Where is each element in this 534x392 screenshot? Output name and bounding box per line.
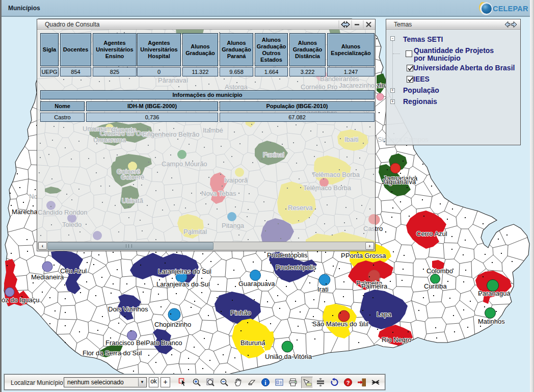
svg-text:óz do Iguaçu: óz do Iguaçu (2, 296, 39, 304)
svg-text:Paranaguá: Paranaguá (478, 290, 511, 297)
svg-text:Jaguariaíva: Jaguariaíva (382, 178, 416, 186)
svg-text:Laranjeiras do Sul: Laranjeiras do Sul (156, 280, 210, 288)
svg-text:Ponta Grossa: Ponta Grossa (345, 252, 386, 259)
svg-text:ul: ul (360, 320, 365, 328)
svg-text:Matinhos: Matinhos (478, 318, 505, 325)
svg-text:?: ? (346, 380, 350, 386)
svg-text:zin: zin (377, 82, 385, 89)
svg-text:CELEPAR: CELEPAR (493, 5, 528, 13)
svg-text:Palmeira: Palmeira (361, 282, 388, 290)
svg-text:União da Vitória: União da Vitória (265, 353, 312, 360)
svg-text:Francisco Bel: Francisco Bel (105, 339, 146, 347)
svg-text:Prudentópolis: Prudentópolis (267, 251, 308, 259)
svg-text:Lapa: Lapa (377, 310, 392, 318)
svg-text:Bituruna: Bituruna (241, 339, 265, 347)
svg-text:Rio Negro: Rio Negro (382, 336, 412, 344)
svg-text:Céu Azul: Céu Azul (60, 267, 87, 275)
svg-text:Guarapuava: Guarapuava (238, 280, 275, 288)
svg-text:Pato Branco: Pato Branco (146, 339, 182, 347)
svg-text:Flor da Serra do Sul: Flor da Serra do Sul (83, 349, 142, 357)
svg-text:Laranjeiras do Sul: Laranjeiras do Sul (158, 268, 211, 275)
svg-text:Pinhão: Pinhão (230, 309, 251, 317)
svg-text:Irati: Irati (317, 285, 329, 293)
svg-text:Colombo: Colombo (426, 267, 453, 275)
svg-text:Dois Vizinhos: Dois Vizinhos (108, 305, 148, 313)
svg-text:Chopinzinho: Chopinzinho (154, 321, 191, 328)
svg-text:Prudentópolis: Prudentópolis (276, 264, 316, 271)
svg-text:Curitiba: Curitiba (424, 282, 447, 290)
svg-text:Cerro Azul: Cerro Azul (416, 230, 447, 238)
svg-text:P: P (341, 252, 345, 259)
svg-text:Medianeira: Medianeira (31, 273, 64, 281)
